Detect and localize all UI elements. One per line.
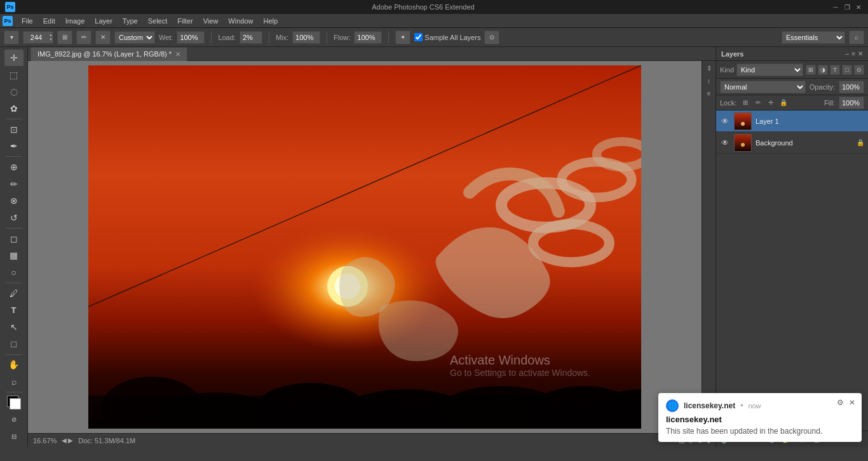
history-brush-tool[interactable]: ↺	[4, 210, 24, 226]
lock-image-btn[interactable]: ✏	[753, 98, 763, 108]
lock-transparent-btn[interactable]: ⊞	[740, 98, 750, 108]
notification-settings-btn[interactable]: ⚙	[837, 398, 844, 407]
flow-label: Flow:	[334, 34, 350, 41]
sample-all-input[interactable]	[414, 33, 423, 41]
minimize-button[interactable]: ─	[831, 3, 840, 11]
main-area: ✛ ⬚ ◌ ✿ ⊡ ✒ ⊕ ✏ ⊗ ↺ ◻ ▦ ○ 🖊 T ↖ □ ✋ ⌕ ⊘ …	[0, 47, 868, 447]
layer1-thumb-svg	[735, 113, 752, 130]
move-tool[interactable]: ✛	[4, 50, 24, 66]
canvas-container[interactable]: Activate Windows Go to Settings to activ…	[28, 61, 702, 433]
lock-position-btn[interactable]: ✛	[766, 98, 776, 108]
menu-image[interactable]: Image	[60, 16, 90, 26]
preset-select[interactable]: Custom	[114, 31, 155, 44]
filter-kind-select[interactable]: Kind	[736, 63, 803, 76]
wet-input[interactable]: 100%	[177, 31, 205, 44]
status-bar: 16.67% ◀ ▶ Doc: 51.3M/84.1M ⊞ ⌕ ↺ ℹ	[28, 433, 715, 447]
path-select-tool[interactable]: ↖	[4, 319, 24, 335]
layer-item-background[interactable]: 👁 Background	[716, 132, 868, 154]
quick-select-tool[interactable]: ✿	[4, 100, 24, 117]
brush-size-arrows[interactable]: ▲▼	[49, 33, 53, 42]
canvas-arrange-btn[interactable]: ⇕	[703, 62, 715, 74]
type-tool[interactable]: T	[4, 302, 24, 319]
filter-shape-icon[interactable]: □	[842, 65, 852, 75]
menu-help[interactable]: Help	[258, 16, 283, 26]
brush-size-input[interactable]: 244	[24, 34, 49, 41]
restore-button[interactable]: ❐	[843, 3, 851, 11]
hand-tool[interactable]: ✋	[4, 357, 24, 373]
lock-all-btn[interactable]: 🔒	[778, 98, 789, 108]
notification-close-btn[interactable]: ✕	[849, 398, 855, 407]
crop-tool[interactable]: ⊡	[4, 121, 24, 138]
filter-pixel-icon[interactable]: ⊞	[806, 65, 816, 75]
background-eye[interactable]: 👁	[720, 138, 730, 148]
screen-mode-btn[interactable]: ⊟	[4, 428, 24, 444]
opacity-btn[interactable]: ⊙	[484, 30, 499, 44]
svg-point-20	[741, 143, 745, 147]
layer1-eye[interactable]: 👁	[720, 116, 730, 126]
erase-mode-btn[interactable]: ✕	[95, 30, 111, 44]
menu-view[interactable]: View	[198, 16, 224, 26]
notification-site-icon: 🌐	[666, 399, 679, 412]
notification-actions: ⚙ ✕	[837, 398, 855, 407]
menu-bar: Ps File Edit Image Layer Type Select Fil…	[0, 14, 868, 28]
close-button[interactable]: ✕	[854, 3, 863, 11]
panel-close-btn[interactable]: ✕	[858, 50, 863, 57]
menu-file[interactable]: File	[17, 16, 38, 26]
gradient-tool[interactable]: ▦	[4, 248, 24, 264]
document-tabs: IMG_8922.jpg @ 16.7% (Layer 1, RGB/8) * …	[28, 47, 715, 61]
color-swatches[interactable]	[4, 394, 24, 411]
layer-item-layer1[interactable]: 👁 Layer 1	[716, 110, 868, 132]
document-tab[interactable]: IMG_8922.jpg @ 16.7% (Layer 1, RGB/8) * …	[31, 47, 187, 61]
clone-tool[interactable]: ⊗	[4, 192, 24, 209]
menu-edit[interactable]: Edit	[38, 16, 60, 26]
status-prev-btn[interactable]: ◀	[62, 437, 67, 444]
eraser-tool[interactable]: ◻	[4, 230, 24, 247]
zoom-tool[interactable]: ⌕	[4, 373, 24, 390]
load-input[interactable]: 2%	[240, 31, 262, 44]
airbrush-btn[interactable]: ✦	[395, 30, 410, 44]
menu-filter[interactable]: Filter	[172, 16, 198, 26]
dodge-tool[interactable]: ○	[4, 264, 24, 281]
status-next-btn[interactable]: ▶	[68, 437, 73, 444]
menu-layer[interactable]: Layer	[90, 16, 118, 26]
mix-input[interactable]: 100%	[292, 31, 320, 44]
select-rect-tool[interactable]: ⬚	[4, 67, 24, 83]
filter-adj-icon[interactable]: ◑	[818, 65, 828, 75]
opacity-input[interactable]: 100%	[839, 81, 864, 93]
sample-all-checkbox[interactable]: Sample All Layers	[414, 33, 480, 41]
brush-preset-btn[interactable]: ▾	[4, 30, 19, 44]
canvas-option-btn[interactable]: ≡	[703, 88, 715, 99]
panel-menu-btn[interactable]: ≡	[851, 50, 855, 57]
rectangle-tool[interactable]: □	[4, 336, 24, 352]
divider1	[211, 31, 212, 44]
menu-window[interactable]: Window	[223, 16, 258, 26]
brush-type-btn[interactable]: ⊞	[57, 30, 72, 44]
filter-smart-icon[interactable]: ⊙	[854, 65, 864, 75]
workspace-search-btn[interactable]: ⌕	[849, 30, 864, 44]
blend-mode-select[interactable]: Normal Multiply Screen	[720, 81, 806, 93]
fill-label: Fill:	[824, 99, 835, 107]
spot-heal-tool[interactable]: ⊕	[4, 159, 24, 175]
zoom-level: 16.67%	[33, 437, 57, 444]
quick-mask-btn[interactable]: ⊘	[4, 411, 24, 428]
status-doc-size: Doc: 51.3M/84.1M	[78, 437, 135, 444]
filter-type-icon[interactable]: T	[830, 65, 840, 75]
menu-type[interactable]: Type	[118, 16, 143, 26]
background-color[interactable]	[10, 398, 21, 410]
workspace-select[interactable]: Essentials	[782, 31, 845, 44]
brush-mode-btn[interactable]: ✏	[76, 30, 92, 44]
app-icon: Ps	[5, 2, 15, 12]
brush-tool[interactable]: ✏	[4, 176, 24, 192]
fill-input[interactable]: 100%	[839, 97, 864, 109]
filter-kind-label: Kind	[720, 66, 734, 74]
doc-tab-close[interactable]: ✕	[175, 51, 180, 58]
menu-select[interactable]: Select	[143, 16, 173, 26]
panel-collapse-btn[interactable]: –	[846, 50, 850, 57]
lasso-tool[interactable]: ◌	[4, 83, 24, 100]
toolbar: ✛ ⬚ ◌ ✿ ⊡ ✒ ⊕ ✏ ⊗ ↺ ◻ ▦ ○ 🖊 T ↖ □ ✋ ⌕ ⊘ …	[0, 47, 28, 447]
canvas-zoom-fit-btn[interactable]: ↕	[703, 75, 715, 86]
pen-tool[interactable]: 🖊	[4, 285, 24, 302]
background-lock-icon: 🔒	[857, 139, 864, 146]
eyedropper-tool[interactable]: ✒	[4, 138, 24, 154]
flow-input[interactable]: 100%	[354, 31, 382, 44]
